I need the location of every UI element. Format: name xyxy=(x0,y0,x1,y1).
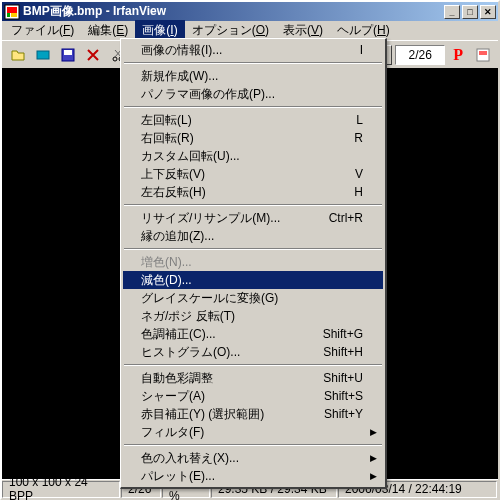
window-title: BMP画像.bmp - IrfanView xyxy=(23,3,444,20)
menu-item-label: リサイズ/リサンプル(M)... xyxy=(141,210,309,227)
svg-rect-1 xyxy=(7,7,17,13)
menu-item-label: 増色(N)... xyxy=(141,254,363,271)
menu-item-27[interactable]: パレット(E)...▶ xyxy=(123,467,383,485)
titlebar-buttons: _ □ ✕ xyxy=(444,5,496,19)
menu-item-label: 色調補正(C)... xyxy=(141,326,303,343)
svg-rect-2 xyxy=(7,13,10,17)
menu-item-7[interactable]: カスタム回転(U)... xyxy=(123,147,383,165)
menu-item-label: 縁の追加(Z)... xyxy=(141,228,363,245)
menu-item-label: 新規作成(W)... xyxy=(141,68,363,85)
close-button[interactable]: ✕ xyxy=(480,5,496,19)
menu-item-22[interactable]: シャープ(A)Shift+S xyxy=(123,387,383,405)
menu-item-label: 減色(D)... xyxy=(141,272,363,289)
svg-rect-10 xyxy=(479,51,487,55)
menu-item-label: ヒストグラム(O)... xyxy=(141,344,303,361)
menu-item-label: 色の入れ替え(X)... xyxy=(141,450,363,467)
menu-item-label: 赤目補正(Y) (選択範囲) xyxy=(141,406,304,423)
app-icon xyxy=(4,4,20,20)
save-icon[interactable] xyxy=(56,44,79,66)
menu-item-26[interactable]: 色の入れ替え(X)...▶ xyxy=(123,449,383,467)
menu-item-0[interactable]: 画像の情報(I)...I xyxy=(123,41,383,59)
menu-item-15[interactable]: 減色(D)... xyxy=(123,271,383,289)
menu-item-18[interactable]: 色調補正(C)...Shift+G xyxy=(123,325,383,343)
menu-separator xyxy=(124,444,382,446)
menu-item-label: パノラマ画像の作成(P)... xyxy=(141,86,363,103)
menu-item-shortcut: Ctrl+R xyxy=(329,211,363,225)
menu-item-label: 左右反転(H) xyxy=(141,184,334,201)
svg-rect-6 xyxy=(64,50,72,55)
menu-item-shortcut: Shift+H xyxy=(323,345,363,359)
menu-item-label: 画像の情報(I)... xyxy=(141,42,340,59)
menu-item-21[interactable]: 自動色彩調整Shift+U xyxy=(123,369,383,387)
menu-item-shortcut: Shift+G xyxy=(323,327,363,341)
titlebar: BMP画像.bmp - IrfanView _ □ ✕ xyxy=(2,2,498,21)
menu-item-23[interactable]: 赤目補正(Y) (選択範囲)Shift+Y xyxy=(123,405,383,423)
menu-separator xyxy=(124,106,382,108)
menu-item-shortcut: H xyxy=(354,185,363,199)
menu-item-shortcut: I xyxy=(360,43,363,57)
page-input[interactable] xyxy=(395,45,445,65)
menu-separator xyxy=(124,204,382,206)
menu-item-label: 上下反転(V) xyxy=(141,166,335,183)
menu-item-12[interactable]: 縁の追加(Z)... xyxy=(123,227,383,245)
svg-rect-3 xyxy=(11,13,17,17)
menu-item-shortcut: R xyxy=(354,131,363,145)
maximize-button[interactable]: □ xyxy=(462,5,478,19)
submenu-arrow-icon: ▶ xyxy=(370,471,377,481)
slideshow-icon[interactable] xyxy=(31,44,54,66)
menu-item-shortcut: L xyxy=(356,113,363,127)
menu-item-label: グレイスケールに変換(G) xyxy=(141,290,363,307)
menu-item-label: 左回転(L) xyxy=(141,112,336,129)
menu-item-label: 自動色彩調整 xyxy=(141,370,303,387)
menu-item-label: フィルタ(F) xyxy=(141,424,363,441)
menu-item-label: 右回転(R) xyxy=(141,130,334,147)
delete-icon[interactable] xyxy=(81,44,104,66)
minimize-button[interactable]: _ xyxy=(444,5,460,19)
menu-item-24[interactable]: フィルタ(F)▶ xyxy=(123,423,383,441)
menu-item-2[interactable]: 新規作成(W)... xyxy=(123,67,383,85)
menu-file[interactable]: ファイル(F) xyxy=(4,20,81,41)
menu-separator xyxy=(124,248,382,250)
menu-item-label: パレット(E)... xyxy=(141,468,363,485)
menu-item-8[interactable]: 上下反転(V)V xyxy=(123,165,383,183)
svg-point-7 xyxy=(113,57,117,61)
menu-item-label: ネガ/ポジ 反転(T) xyxy=(141,308,363,325)
app-window: BMP画像.bmp - IrfanView _ □ ✕ ファイル(F) 編集(E… xyxy=(0,0,500,500)
submenu-arrow-icon: ▶ xyxy=(370,427,377,437)
menu-item-6[interactable]: 右回転(R)R xyxy=(123,129,383,147)
menu-item-3[interactable]: パノラマ画像の作成(P)... xyxy=(123,85,383,103)
menu-item-label: シャープ(A) xyxy=(141,388,304,405)
about-icon[interactable] xyxy=(471,44,494,66)
menu-item-19[interactable]: ヒストグラム(O)...Shift+H xyxy=(123,343,383,361)
menu-item-17[interactable]: ネガ/ポジ 反転(T) xyxy=(123,307,383,325)
menu-item-9[interactable]: 左右反転(H)H xyxy=(123,183,383,201)
menu-item-16[interactable]: グレイスケールに変換(G) xyxy=(123,289,383,307)
menu-item-shortcut: Shift+Y xyxy=(324,407,363,421)
menu-separator xyxy=(124,364,382,366)
menu-item-shortcut: Shift+U xyxy=(323,371,363,385)
menu-item-shortcut: Shift+S xyxy=(324,389,363,403)
paint-icon[interactable]: P xyxy=(453,46,463,64)
menu-separator xyxy=(124,62,382,64)
svg-rect-4 xyxy=(37,51,49,59)
menu-item-label: カスタム回転(U)... xyxy=(141,148,363,165)
image-menu-dropdown: 画像の情報(I)...I新規作成(W)...パノラマ画像の作成(P)...左回転… xyxy=(120,38,387,489)
status-dimensions: 100 x 100 x 24 BPP xyxy=(2,481,120,498)
menu-item-14: 増色(N)... xyxy=(123,253,383,271)
menu-item-5[interactable]: 左回転(L)L xyxy=(123,111,383,129)
menu-item-shortcut: V xyxy=(355,167,363,181)
menu-item-11[interactable]: リサイズ/リサンプル(M)...Ctrl+R xyxy=(123,209,383,227)
submenu-arrow-icon: ▶ xyxy=(370,453,377,463)
open-icon[interactable] xyxy=(6,44,29,66)
